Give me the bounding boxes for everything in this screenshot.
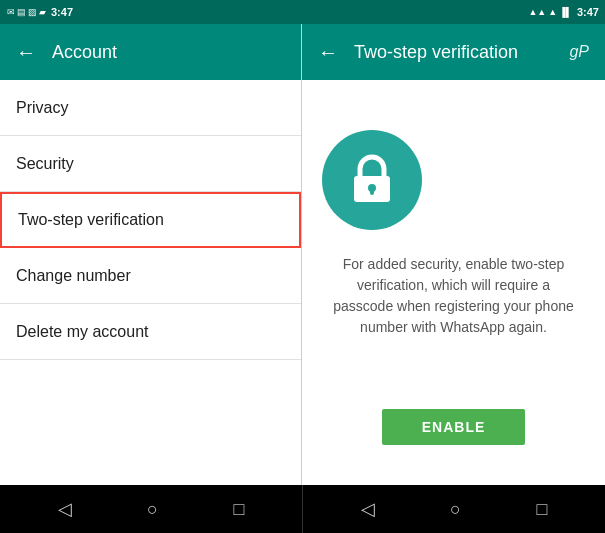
back-nav-icon-right[interactable]: ◁ — [361, 498, 375, 520]
verification-content: For added security, enable two-step veri… — [302, 80, 605, 485]
menu-item-privacy-label: Privacy — [16, 99, 68, 117]
notification-icon: ✉ — [7, 7, 15, 17]
nav-bar-right: ◁ ○ □ — [303, 485, 605, 533]
status-time-right: 3:47 — [577, 6, 599, 18]
menu-item-change-number[interactable]: Change number — [0, 248, 301, 304]
nav-bar-left: ◁ ○ □ — [0, 485, 302, 533]
wifi-icon: ▲ — [548, 7, 557, 17]
sim-icon: ▤ — [17, 7, 26, 17]
watermark-label: gP — [569, 43, 589, 61]
menu-item-delete-account[interactable]: Delete my account — [0, 304, 301, 360]
toolbar-left: ← Account — [0, 24, 301, 80]
battery-icon: ▐▌ — [559, 7, 572, 17]
signal-icon: ▲▲ — [528, 7, 546, 17]
status-bar-left: ✉ ▤ ▨ ▰ 3:47 — [0, 0, 303, 24]
toolbar-right: ← Two-step verification gP — [302, 24, 605, 80]
screen-right: ← Two-step verification gP For added sec… — [302, 24, 605, 485]
home-nav-icon-left[interactable]: ○ — [147, 499, 158, 520]
screen-left: ← Account Privacy Security Two-step veri… — [0, 24, 302, 485]
screens-container: ← Account Privacy Security Two-step veri… — [0, 24, 605, 485]
back-button-right[interactable]: ← — [318, 41, 338, 64]
menu-item-privacy[interactable]: Privacy — [0, 80, 301, 136]
toolbar-title-left: Account — [52, 42, 285, 63]
status-bar: ✉ ▤ ▨ ▰ 3:47 ▲▲ ▲ ▐▌ 3:47 — [0, 0, 605, 24]
toolbar-title-right: Two-step verification — [354, 42, 569, 63]
recents-nav-icon-right[interactable]: □ — [536, 499, 547, 520]
app-icon-2: ▰ — [39, 7, 46, 17]
lock-circle — [322, 130, 422, 230]
menu-item-two-step[interactable]: Two-step verification — [0, 192, 301, 248]
account-menu: Privacy Security Two-step verification C… — [0, 80, 301, 485]
status-bar-right: ▲▲ ▲ ▐▌ 3:47 — [303, 0, 606, 24]
menu-item-security-label: Security — [16, 155, 74, 173]
verification-description: For added security, enable two-step veri… — [322, 254, 585, 338]
status-time-left: 3:47 — [51, 6, 73, 18]
app-icon-1: ▨ — [28, 7, 37, 17]
menu-item-security[interactable]: Security — [0, 136, 301, 192]
svg-rect-2 — [370, 188, 374, 195]
recents-nav-icon-left[interactable]: □ — [233, 499, 244, 520]
menu-item-delete-account-label: Delete my account — [16, 323, 149, 341]
lock-icon — [347, 152, 397, 208]
menu-item-change-number-label: Change number — [16, 267, 131, 285]
nav-bar: ◁ ○ □ ◁ ○ □ — [0, 485, 605, 533]
menu-item-two-step-label: Two-step verification — [18, 211, 164, 229]
home-nav-icon-right[interactable]: ○ — [450, 499, 461, 520]
back-nav-icon-left[interactable]: ◁ — [58, 498, 72, 520]
back-button-left[interactable]: ← — [16, 41, 36, 64]
enable-button[interactable]: ENABLE — [382, 409, 526, 445]
